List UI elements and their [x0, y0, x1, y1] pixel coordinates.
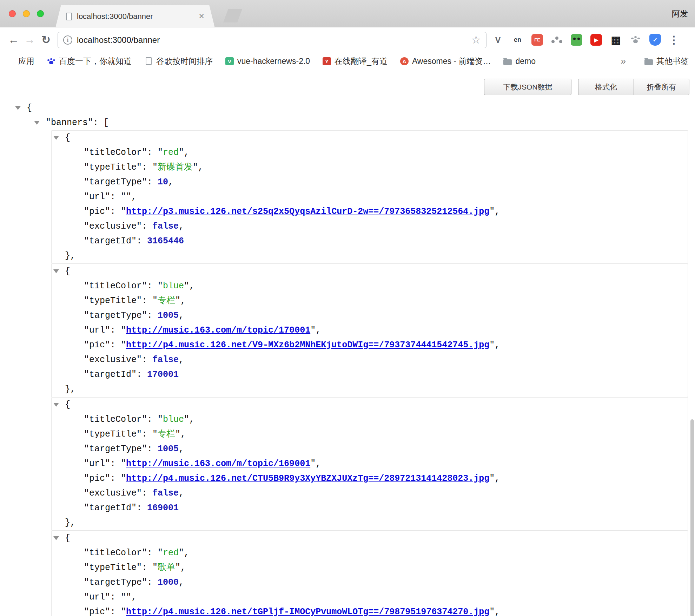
bookmark-label: 谷歌按时间排序 — [156, 56, 213, 67]
download-json-button[interactable]: 下载JSON数据 — [484, 79, 571, 95]
format-button[interactable]: 格式化 — [578, 79, 634, 95]
collapse-toggle-icon[interactable] — [34, 121, 40, 125]
json-token-p: { — [27, 103, 32, 113]
bookmark-item[interactable]: AAwesomes - 前端资… — [400, 56, 491, 67]
json-line: "targetType": 10, — [52, 175, 688, 190]
address-bar[interactable]: i localhost:3000/banner ☆ — [58, 32, 486, 48]
profile-name[interactable]: 阿发 — [672, 8, 688, 19]
collapse-all-button[interactable]: 折叠所有 — [634, 79, 689, 95]
json-line: "banners": [ — [0, 116, 695, 130]
json-token-p: " — [121, 473, 126, 484]
other-bookmarks-folder[interactable]: 其他书签 — [644, 56, 689, 67]
json-token-p: , — [179, 310, 184, 321]
json-url-link[interactable]: http://p4.music.126.net/tGPljf-IMOCyPvum… — [126, 607, 489, 616]
youtube-icon[interactable]: ▶ — [590, 34, 602, 46]
people-icon[interactable] — [551, 34, 563, 46]
collapse-toggle-icon[interactable] — [53, 269, 59, 273]
json-token-str: 新碟首发 — [158, 162, 193, 172]
json-object-box: {"titleColor": "blue","typeTitle": "专栏",… — [51, 264, 688, 397]
page-content: 下载JSON数据 格式化 折叠所有 {"banners": [{"titleCo… — [0, 79, 695, 616]
tab-close-icon[interactable]: × — [199, 12, 204, 21]
bookmark-item[interactable]: 应用 — [6, 56, 34, 67]
vimium-icon[interactable]: V — [492, 34, 504, 46]
json-line: "typeTitle": "新碟首发", — [52, 160, 688, 175]
bookmarks-list: 应用百度一下，你就知道谷歌按时间排序Vvue-hackernews-2.0Y在线… — [6, 56, 536, 67]
collapse-toggle-icon[interactable] — [53, 536, 59, 540]
json-url-link[interactable]: http://p3.music.126.net/s25q2x5QyqsAzilC… — [126, 207, 489, 217]
back-button[interactable]: ← — [6, 34, 22, 46]
json-token-p: : — [110, 473, 121, 484]
bookmark-item[interactable]: 谷歌按时间排序 — [144, 56, 213, 67]
json-token-p: , — [495, 473, 500, 484]
bookmark-label: 百度一下，你就知道 — [59, 56, 132, 67]
json-token-p: : — [142, 355, 152, 365]
json-token-num: 1005 — [158, 310, 179, 321]
json-line: }, — [52, 382, 688, 397]
bookmarks-right-group: » 其他书签 — [621, 56, 689, 67]
json-token-p: : — [110, 207, 121, 217]
json-token-key: "titleColor" — [84, 414, 147, 425]
paw-print-icon[interactable] — [630, 34, 641, 46]
bookmark-label: 应用 — [18, 56, 34, 67]
json-line: "pic": "http://p3.music.126.net/s25q2x5Q… — [52, 204, 688, 219]
scrollbar-thumb[interactable] — [690, 419, 694, 616]
reload-button[interactable]: ↻ — [38, 33, 54, 46]
qrcode-icon[interactable]: ▦ — [610, 34, 622, 46]
json-token-p: " — [121, 607, 126, 616]
json-url-link[interactable]: http://p4.music.126.net/V9-MXz6b2MNhEKju… — [126, 340, 489, 350]
window-titlebar: localhost:3000/banner × 阿发 — [0, 0, 695, 27]
json-token-p: " — [184, 281, 189, 291]
json-token-p: " — [184, 414, 189, 425]
minimize-button[interactable] — [23, 10, 30, 17]
json-token-key: "url" — [84, 459, 110, 469]
bookmark-item[interactable]: 百度一下，你就知道 — [47, 56, 132, 67]
collapse-toggle-icon[interactable] — [53, 136, 59, 140]
json-token-bool: false — [152, 488, 179, 498]
translate-en-icon[interactable]: en — [512, 34, 523, 46]
forward-button[interactable]: → — [22, 34, 38, 46]
json-token-p: : — [142, 488, 152, 498]
json-token-p: , — [184, 548, 189, 558]
json-token-p: : — [142, 162, 152, 172]
page-actions: 下载JSON数据 格式化 折叠所有 — [0, 79, 689, 95]
bookmark-item[interactable]: Vvue-hackernews-2.0 — [225, 57, 310, 66]
json-token-bool: false — [152, 221, 179, 231]
json-object-box: {"titleColor": "blue","typeTitle": "专栏",… — [51, 397, 688, 531]
tampermonkey-icon[interactable] — [571, 34, 582, 46]
json-token-p: , — [179, 444, 184, 454]
json-token-str: 歌单 — [158, 563, 175, 573]
json-token-p: " — [121, 207, 126, 217]
json-token-key: "typeTitle" — [84, 162, 142, 172]
json-token-key: "targetType" — [84, 177, 147, 187]
json-url-link[interactable]: http://music.163.com/m/topic/169001 — [126, 459, 310, 469]
json-token-p: : — [142, 429, 152, 439]
json-url-link[interactable]: http://music.163.com/m/topic/170001 — [126, 325, 310, 335]
json-token-key: "pic" — [84, 207, 110, 217]
browser-tab[interactable]: localhost:3000/banner × — [55, 5, 215, 28]
bookmark-item[interactable]: demo — [503, 57, 536, 66]
json-token-key: "pic" — [84, 340, 110, 350]
fe-icon[interactable]: FE — [531, 34, 543, 46]
json-token-p: : — [142, 563, 152, 573]
json-token-p: : — [110, 340, 121, 350]
json-url-link[interactable]: http://p4.music.126.net/CTU5B9R9y3XyYBZX… — [126, 473, 489, 484]
bookmarks-overflow-icon[interactable]: » — [621, 56, 626, 67]
json-line: "targetType": 1000, — [52, 575, 688, 590]
json-token-str: red — [163, 548, 179, 558]
json-token-num: 170001 — [147, 369, 179, 380]
menu-icon[interactable]: ⋮ — [669, 34, 679, 46]
zoom-button[interactable] — [37, 10, 44, 17]
close-button[interactable] — [9, 10, 16, 17]
bookmark-star-icon[interactable]: ☆ — [471, 34, 481, 45]
shield-check-icon[interactable]: ✓ — [649, 34, 661, 46]
json-token-key: "exclusive" — [84, 221, 142, 231]
collapse-toggle-icon[interactable] — [53, 403, 59, 407]
info-icon[interactable]: i — [63, 35, 72, 45]
json-token-p: " — [121, 325, 126, 335]
new-tab-button[interactable] — [223, 9, 242, 22]
bookmark-item[interactable]: Y在线翻译_有道 — [323, 56, 388, 67]
json-line: "url": "http://music.163.com/m/topic/170… — [52, 323, 688, 338]
json-token-num: 1005 — [158, 444, 179, 454]
json-token-key: "typeTitle" — [84, 429, 142, 439]
collapse-toggle-icon[interactable] — [15, 106, 21, 110]
